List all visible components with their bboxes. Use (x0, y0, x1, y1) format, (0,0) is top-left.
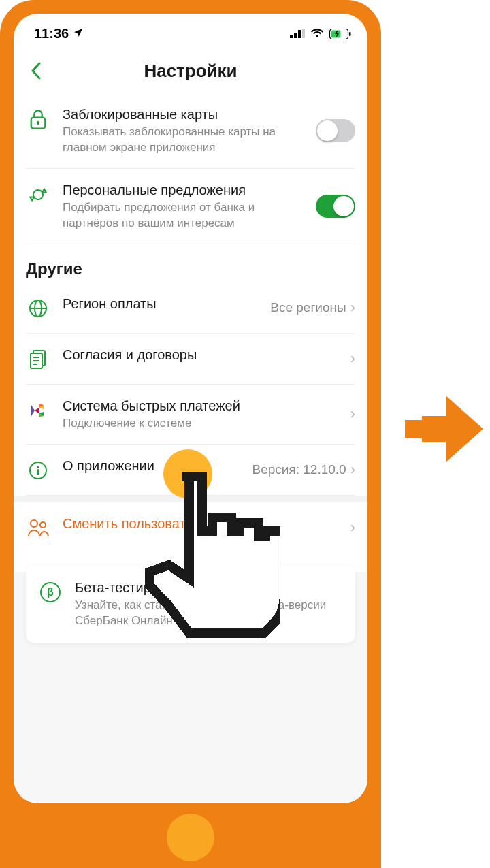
nav-header: Настройки (14, 48, 368, 93)
svg-rect-2 (298, 30, 301, 38)
wifi-icon (310, 26, 324, 42)
svg-rect-3 (302, 29, 305, 38)
setting-sbp-title: Система быстрых платежей (63, 397, 338, 415)
sbp-icon (26, 398, 50, 423)
toggle-personal-offers[interactable] (316, 195, 355, 218)
beta-card-sub: Узнайте, как стать пользователем бета-ве… (75, 598, 343, 629)
content-area: Заблокированные карты Показывать заблоки… (14, 93, 368, 643)
setting-about-app-title: О приложении (63, 457, 240, 475)
setting-personal-offers-sub: Подбирать предложения от банка и партнёр… (63, 200, 304, 231)
app-screen: 11:36 Настройки (14, 14, 368, 803)
next-arrow-icon (405, 391, 487, 469)
toggle-blocked-cards[interactable] (316, 119, 355, 142)
setting-payment-region-title: Регион оплаты (63, 295, 258, 312)
setting-personal-offers-title: Персональные предложения (63, 181, 304, 199)
svg-rect-21 (37, 469, 39, 475)
status-time: 11:36 (34, 26, 69, 42)
info-icon (26, 458, 50, 483)
beta-icon: β (38, 580, 63, 605)
beta-testing-card[interactable]: β Бета-тестирование Узнайте, как стать п… (26, 565, 355, 643)
setting-blocked-cards-title: Заблокированные карты (63, 106, 304, 123)
phone-home-button (167, 814, 214, 861)
setting-blocked-cards[interactable]: Заблокированные карты Показывать заблоки… (26, 93, 355, 169)
tap-highlight (163, 449, 212, 498)
chevron-right-icon: › (350, 299, 355, 317)
svg-rect-1 (294, 33, 297, 38)
svg-rect-6 (349, 32, 351, 36)
setting-change-user[interactable]: Сменить пользователя › (26, 502, 355, 553)
globe-icon (26, 296, 50, 321)
svg-point-20 (37, 466, 39, 468)
chevron-right-icon: › (350, 519, 355, 536)
svg-point-23 (40, 522, 46, 528)
section-other-title: Другие (26, 244, 355, 283)
svg-text:β: β (47, 586, 54, 598)
chevron-right-icon: › (350, 350, 355, 368)
chevron-right-icon: › (350, 461, 355, 479)
documents-icon (26, 347, 50, 372)
setting-payment-region-value: Все регионы (270, 300, 346, 315)
svg-point-22 (31, 520, 37, 527)
beta-card-title: Бета-тестирование (75, 579, 343, 596)
page-title: Настройки (14, 61, 368, 82)
setting-about-app-value: Версия: 12.10.0 (252, 462, 346, 477)
location-icon (73, 26, 84, 42)
setting-personal-offers[interactable]: Персональные предложения Подбирать предл… (26, 169, 355, 244)
setting-agreements-title: Согласия и договоры (63, 346, 338, 364)
lock-icon (26, 107, 50, 131)
signal-icon (290, 26, 305, 42)
battery-charging-icon (329, 29, 351, 39)
svg-rect-0 (290, 35, 293, 38)
setting-change-user-title: Сменить пользователя (63, 515, 338, 532)
chevron-right-icon: › (350, 405, 355, 423)
setting-payment-region[interactable]: Регион оплаты Все регионы › (26, 283, 355, 334)
setting-blocked-cards-sub: Показывать заблокированные карты на глав… (63, 125, 304, 156)
setting-sbp-sub: Подключение к системе (63, 416, 338, 432)
setting-sbp[interactable]: Система быстрых платежей Подключение к с… (26, 385, 355, 445)
svg-rect-9 (37, 123, 39, 125)
status-bar: 11:36 (14, 14, 368, 48)
setting-agreements[interactable]: Согласия и договоры › (26, 334, 355, 385)
candy-icon (26, 182, 50, 207)
users-icon (26, 516, 50, 541)
phone-frame: 11:36 Настройки (0, 0, 381, 868)
